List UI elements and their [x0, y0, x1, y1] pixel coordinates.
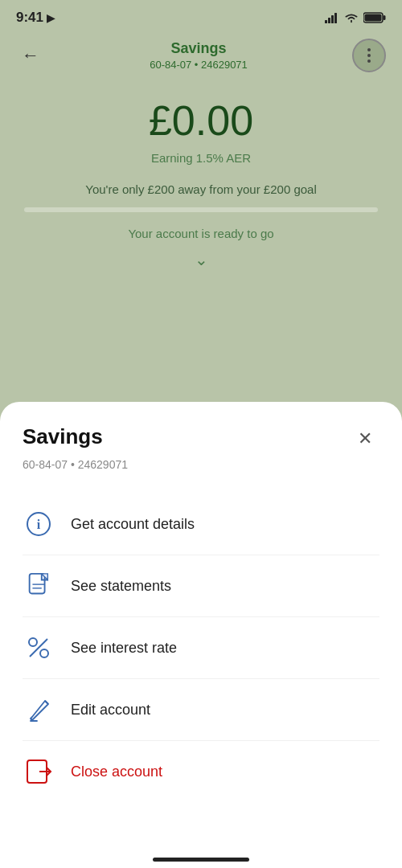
svg-rect-6 — [384, 15, 386, 20]
svg-line-15 — [30, 639, 47, 657]
back-arrow-icon: ← — [22, 45, 39, 66]
info-icon-wrap: i — [23, 508, 55, 540]
progress-bar — [24, 207, 378, 212]
svg-rect-3 — [334, 13, 337, 23]
info-icon: i — [25, 510, 52, 538]
menu-label-see-interest-rate: See interest rate — [71, 640, 177, 657]
menu-label-see-statements: See statements — [71, 578, 171, 595]
status-icons — [325, 12, 386, 23]
close-button[interactable]: ✕ — [351, 424, 379, 453]
bottom-sheet: Savings ✕ 60-84-07 • 24629071 i Get acco… — [0, 402, 402, 868]
svg-point-13 — [29, 638, 37, 646]
pencil-icon — [26, 696, 51, 723]
sheet-header: Savings ✕ — [23, 424, 379, 453]
menu-label-close-account: Close account — [71, 764, 162, 780]
avatar-dot-1 — [367, 48, 371, 51]
account-ready-text: Your account is ready to go — [24, 227, 378, 240]
menu-item-edit-account[interactable]: Edit account — [23, 679, 379, 741]
svg-text:i: i — [37, 518, 41, 531]
signal-icon — [325, 12, 339, 23]
balance-amount: £0.00 — [24, 96, 378, 145]
status-time: 9:41 ▶ — [16, 10, 55, 26]
sheet-title-group: Savings — [23, 424, 103, 449]
main-content: £0.00 Earning 1.5% AER You're only £200 … — [0, 80, 402, 269]
page-title: Savings — [150, 40, 248, 57]
svg-rect-9 — [30, 574, 45, 594]
header: ← Savings 60-84-07 • 24629071 — [0, 31, 402, 80]
sheet-account-number: 60-84-07 • 24629071 — [23, 458, 379, 471]
time-display: 9:41 — [16, 10, 43, 26]
location-arrow-icon: ▶ — [47, 12, 55, 24]
svg-rect-1 — [328, 18, 330, 23]
document-icon — [26, 572, 51, 600]
close-icon: ✕ — [358, 428, 372, 449]
percent-icon — [25, 634, 52, 661]
chevron-down-icon: ⌄ — [24, 250, 378, 269]
header-title-group: Savings 60-84-07 • 24629071 — [150, 40, 248, 71]
sheet-title: Savings — [23, 424, 103, 449]
percent-icon-wrap — [23, 632, 55, 664]
exit-icon — [25, 758, 52, 785]
svg-rect-2 — [331, 15, 334, 23]
battery-icon — [363, 12, 386, 23]
back-button[interactable]: ← — [16, 41, 45, 70]
avatar-dot-3 — [367, 59, 371, 63]
menu-label-edit-account: Edit account — [71, 702, 150, 719]
avatar-dot-2 — [367, 54, 371, 57]
home-indicator — [153, 858, 249, 862]
svg-rect-5 — [365, 14, 382, 22]
menu-item-close-account[interactable]: Close account — [23, 741, 379, 802]
menu-label-get-account-details: Get account details — [71, 516, 195, 533]
document-icon-wrap — [23, 570, 55, 602]
account-number: 60-84-07 • 24629071 — [150, 59, 248, 71]
menu-item-see-interest-rate[interactable]: See interest rate — [23, 617, 379, 679]
aer-label: Earning 1.5% AER — [24, 151, 378, 165]
goal-label: You're only £200 away from your £200 goa… — [24, 181, 378, 198]
status-bar: 9:41 ▶ — [0, 0, 402, 31]
svg-point-14 — [40, 649, 48, 657]
wifi-icon — [344, 12, 359, 23]
pencil-icon-wrap — [23, 694, 55, 726]
menu-item-get-account-details[interactable]: i Get account details — [23, 493, 379, 555]
avatar-dots — [367, 48, 371, 63]
menu-item-see-statements[interactable]: See statements — [23, 555, 379, 617]
exit-icon-wrap — [23, 755, 55, 788]
avatar-button[interactable] — [352, 39, 386, 72]
svg-rect-0 — [325, 20, 327, 23]
